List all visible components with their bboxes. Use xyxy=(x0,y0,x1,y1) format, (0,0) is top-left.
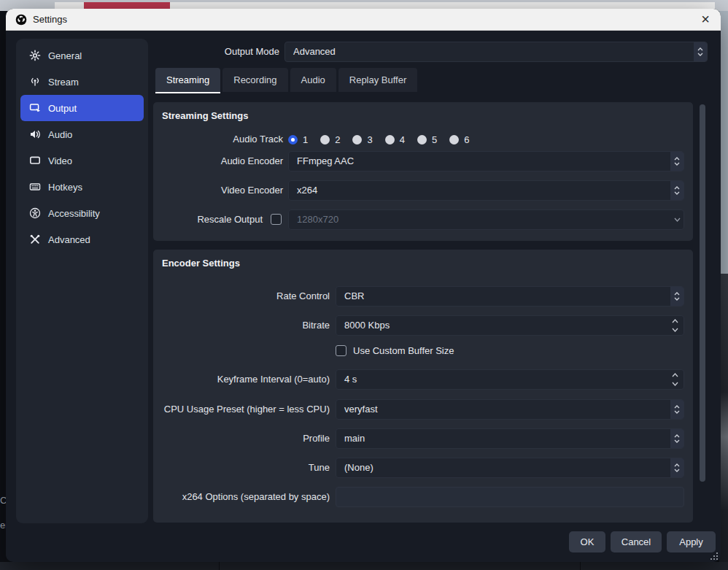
sidebar-item-accessibility[interactable]: Accessibility xyxy=(20,200,144,226)
output-mode-select[interactable]: Advanced xyxy=(284,42,708,62)
bitrate-label: Bitrate xyxy=(153,315,330,336)
sidebar-item-label: Accessibility xyxy=(48,208,100,219)
close-icon[interactable]: × xyxy=(694,9,716,31)
broadcast-icon xyxy=(29,76,41,88)
sidebar-item-label: Advanced xyxy=(48,234,90,245)
radio-dot-icon xyxy=(320,135,330,145)
display-icon xyxy=(29,155,41,166)
tune-row: Tune (None) xyxy=(153,458,693,478)
audio-track-radio-1[interactable]: 1 xyxy=(288,134,308,145)
window-title: Settings xyxy=(33,9,67,31)
bitrate-spinbox[interactable]: 8000 Kbps xyxy=(336,315,684,336)
sidebar-item-general[interactable]: General xyxy=(20,42,144,69)
radio-dot-icon xyxy=(288,135,298,145)
cpu-preset-row: CPU Usage Preset (higher = less CPU) ver… xyxy=(153,399,693,420)
combo-spinner-icon[interactable] xyxy=(670,458,684,477)
sidebar-item-hotkeys[interactable]: Hotkeys xyxy=(20,174,144,200)
spin-up-icon[interactable] xyxy=(672,373,678,377)
apply-button[interactable]: Apply xyxy=(667,531,716,552)
bitrate-row: Bitrate 8000 Kbps xyxy=(153,315,693,336)
sidebar-item-audio[interactable]: Audio xyxy=(20,121,144,147)
audio-track-radio-4[interactable]: 4 xyxy=(385,134,405,145)
ok-button[interactable]: OK xyxy=(569,531,605,552)
encoder-settings-panel: Encoder Settings Rate Control CBR Bitrat… xyxy=(153,250,693,523)
keyframe-interval-label: Keyframe Interval (0=auto) xyxy=(153,369,330,390)
tab-recording[interactable]: Recording xyxy=(222,68,287,92)
sidebar-item-video[interactable]: Video xyxy=(20,147,144,174)
backdrop-seam xyxy=(580,562,581,570)
tab-streaming[interactable]: Streaming xyxy=(155,68,220,92)
audio-track-radios: 1 2 3 4 5 6 xyxy=(288,129,469,150)
accessibility-icon xyxy=(29,207,41,219)
audio-track-label: Audio Track xyxy=(153,129,283,150)
rescale-output-select: 1280x720 xyxy=(288,209,684,230)
video-encoder-label: Video Encoder xyxy=(153,180,283,201)
sidebar-item-label: Hotkeys xyxy=(48,182,82,193)
output-mode-label: Output Mode xyxy=(144,42,279,62)
cancel-button[interactable]: Cancel xyxy=(611,531,662,552)
rate-control-select[interactable]: CBR xyxy=(336,286,684,307)
spin-down-icon[interactable] xyxy=(672,328,678,332)
spin-down-icon[interactable] xyxy=(672,382,678,386)
sidebar-item-label: Audio xyxy=(48,129,72,140)
video-encoder-select[interactable]: x264 xyxy=(288,180,684,201)
titlebar[interactable]: Settings × xyxy=(6,9,721,31)
sidebar-item-label: Video xyxy=(48,155,72,166)
backdrop-seam xyxy=(219,562,220,570)
x264-options-input[interactable] xyxy=(336,487,684,507)
tune-label: Tune xyxy=(153,458,330,478)
audio-encoder-row: Audio Encoder FFmpeg AAC xyxy=(153,151,693,172)
use-custom-buffer-checkbox[interactable] xyxy=(336,345,346,356)
content-scrollbar[interactable] xyxy=(700,104,705,482)
profile-row: Profile main xyxy=(153,428,693,449)
output-tabs: Streaming Recording Audio Replay Buffer xyxy=(155,68,417,94)
combo-spinner-icon[interactable] xyxy=(670,287,684,306)
combo-spinner-icon[interactable] xyxy=(670,429,684,448)
resize-grip-icon[interactable] xyxy=(710,552,719,561)
tools-icon xyxy=(29,234,41,245)
radio-dot-icon xyxy=(417,135,427,145)
settings-sidebar: General Stream Output Audio Video Hotkey… xyxy=(16,39,148,523)
keyframe-interval-row: Keyframe Interval (0=auto) 4 s xyxy=(153,369,693,390)
audio-encoder-select[interactable]: FFmpeg AAC xyxy=(288,151,684,172)
desktop-backdrop-bottom xyxy=(0,562,728,570)
combo-spinner-icon[interactable] xyxy=(670,152,684,171)
x264-options-label: x264 Options (separated by space) xyxy=(153,487,330,507)
obs-logo-icon xyxy=(15,14,27,26)
background-red-bar xyxy=(84,2,170,9)
keyframe-interval-spinbox[interactable]: 4 s xyxy=(336,369,684,390)
tab-replay-buffer[interactable]: Replay Buffer xyxy=(338,68,418,92)
keyboard-icon xyxy=(29,181,41,193)
audio-track-radio-5[interactable]: 5 xyxy=(417,134,437,145)
rescale-output-row: Rescale Output 1280x720 xyxy=(153,209,693,230)
combo-spinner-icon[interactable] xyxy=(670,400,684,419)
video-encoder-row: Video Encoder x264 xyxy=(153,180,693,201)
streaming-settings-title: Streaming Settings xyxy=(162,110,248,121)
audio-track-radio-3[interactable]: 3 xyxy=(352,134,372,145)
spin-up-icon[interactable] xyxy=(672,319,678,323)
sidebar-item-label: Output xyxy=(48,103,77,114)
audio-track-radio-6[interactable]: 6 xyxy=(449,134,469,145)
cpu-preset-select[interactable]: veryfast xyxy=(336,399,684,420)
cpu-preset-label: CPU Usage Preset (higher = less CPU) xyxy=(153,399,330,420)
tune-select[interactable]: (None) xyxy=(336,458,684,478)
chevron-down-icon xyxy=(670,210,684,229)
tab-audio[interactable]: Audio xyxy=(290,68,336,92)
audio-track-radio-2[interactable]: 2 xyxy=(320,134,340,145)
streaming-settings-panel: Streaming Settings Audio Track 1 2 3 4 5… xyxy=(153,102,693,241)
audio-encoder-label: Audio Encoder xyxy=(153,151,283,172)
rescale-output-checkbox[interactable] xyxy=(271,214,282,225)
combo-spinner-icon[interactable] xyxy=(694,42,707,61)
sidebar-item-advanced[interactable]: Advanced xyxy=(20,226,144,253)
settings-dialog: Settings × General Stream Output Audio V… xyxy=(6,9,721,562)
use-custom-buffer-row: Use Custom Buffer Size xyxy=(336,345,454,356)
rescale-output-label: Rescale Output xyxy=(153,209,263,230)
radio-dot-icon xyxy=(385,135,395,145)
profile-select[interactable]: main xyxy=(336,428,684,449)
use-custom-buffer-label: Use Custom Buffer Size xyxy=(353,345,454,356)
x264-options-row: x264 Options (separated by space) xyxy=(153,487,693,507)
encoder-settings-title: Encoder Settings xyxy=(162,258,240,269)
combo-spinner-icon[interactable] xyxy=(670,181,684,200)
sidebar-item-stream[interactable]: Stream xyxy=(20,69,144,95)
sidebar-item-output[interactable]: Output xyxy=(20,95,144,121)
